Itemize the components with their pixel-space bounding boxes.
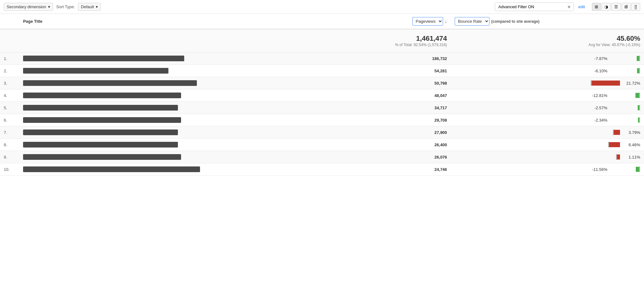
- bounce-metric-select[interactable]: Bounce Rate: [455, 17, 489, 26]
- summary-bounce-cell: 45.60% Avg for View: 45.67% (-0.15%): [451, 29, 644, 52]
- sort-type-label: Sort Type:: [56, 4, 75, 9]
- th-page-title: Page Title: [19, 14, 335, 29]
- bounce-bar-green: [638, 117, 639, 123]
- bounce-cell-container: -12.81%: [455, 93, 640, 98]
- row-title[interactable]: [19, 52, 335, 65]
- view-pivot-icon[interactable]: ⣿: [631, 3, 640, 11]
- bounce-bar-green: [637, 56, 639, 61]
- title-bar: [23, 105, 178, 111]
- row-bounce: -2.57%: [451, 102, 644, 114]
- title-bar: [23, 129, 178, 135]
- bounce-value: -2.34%: [588, 118, 607, 123]
- bounce-cell-container: -2.57%: [455, 105, 640, 111]
- chevron-down-icon: ▾: [48, 4, 50, 9]
- edit-link[interactable]: edit: [577, 4, 586, 9]
- data-table-wrapper: Page Title Pageviews ↓ Bounce Rate: [0, 14, 644, 176]
- row-pageviews: 48,047: [335, 89, 451, 102]
- row-index: 3.: [0, 77, 19, 89]
- row-bounce: -12.81%: [451, 89, 644, 102]
- filter-clear-button[interactable]: ✕: [565, 3, 574, 11]
- title-bar: [23, 56, 184, 61]
- table-row: 5.34,717-2.57%: [0, 102, 644, 114]
- row-bounce: -6.10%: [451, 65, 644, 77]
- bounce-bar-green: [636, 167, 639, 172]
- row-pageviews: 54,281: [335, 65, 451, 77]
- table-row: 8.26,4006.46%: [0, 139, 644, 151]
- row-title[interactable]: [19, 139, 335, 151]
- bounce-cell-container: -2.34%: [455, 117, 640, 123]
- summary-pageviews-value: 1,461,474: [339, 34, 447, 43]
- summary-index-cell: [0, 29, 19, 52]
- bounce-bar-green: [638, 105, 639, 110]
- bounce-bar-green: [637, 68, 639, 73]
- bounce-cell-container: 6.46%: [455, 142, 640, 148]
- sort-default-label: Default: [81, 4, 94, 9]
- view-pie-icon[interactable]: ◑: [602, 3, 611, 11]
- row-title[interactable]: [19, 126, 335, 139]
- row-pageviews: 26,076: [335, 151, 451, 163]
- row-title[interactable]: [19, 114, 335, 126]
- bounce-value: 1.11%: [621, 155, 640, 160]
- bounce-value: 3.79%: [621, 130, 640, 135]
- bounce-cell-container: 21.72%: [455, 80, 640, 86]
- row-title[interactable]: [19, 65, 335, 77]
- th-index: [0, 14, 19, 29]
- row-bounce: -7.87%: [451, 52, 644, 65]
- bounce-bar-red: [617, 154, 620, 160]
- row-title[interactable]: [19, 151, 335, 163]
- row-title[interactable]: [19, 89, 335, 102]
- toolbar: Secondary dimension ▾ Sort Type: Default…: [0, 0, 644, 14]
- table-row: 9.26,0761.11%: [0, 151, 644, 163]
- bounce-cell-container: -7.87%: [455, 56, 640, 61]
- bounce-value: 21.72%: [621, 81, 640, 86]
- row-pageviews: 27,900: [335, 126, 451, 139]
- secondary-dimension-dropdown[interactable]: Secondary dimension ▾: [4, 3, 53, 11]
- row-title[interactable]: [19, 163, 335, 176]
- row-index: 6.: [0, 114, 19, 126]
- sort-chevron-icon: ▾: [96, 4, 98, 9]
- bounce-bar-green: [635, 93, 639, 98]
- row-bounce: -11.56%: [451, 163, 644, 176]
- row-title[interactable]: [19, 77, 335, 89]
- row-bounce: 3.79%: [451, 126, 644, 139]
- bounce-value: -12.81%: [588, 93, 607, 98]
- pageviews-metric-select[interactable]: Pageviews: [412, 17, 443, 26]
- bounce-cell-container: -6.10%: [455, 68, 640, 74]
- bounce-value: -7.87%: [588, 56, 607, 61]
- title-bar: [23, 142, 178, 148]
- summary-title-cell: [19, 29, 335, 52]
- divider-line: [640, 117, 640, 123]
- row-bounce: 21.72%: [451, 77, 644, 89]
- bounce-value: -2.57%: [588, 105, 607, 110]
- divider-line: [640, 68, 640, 74]
- row-index: 4.: [0, 89, 19, 102]
- divider-line: [640, 166, 640, 172]
- divider-line: [613, 129, 613, 135]
- sort-type-dropdown[interactable]: Default ▾: [78, 3, 101, 11]
- view-table-icon[interactable]: ⊞: [592, 3, 601, 11]
- divider-line: [640, 93, 640, 98]
- title-bar: [23, 166, 200, 172]
- summary-bounce-value: 45.60%: [455, 34, 640, 43]
- row-pageviews: 24,746: [335, 163, 451, 176]
- table-row: 2.54,281-6.10%: [0, 65, 644, 77]
- row-pageviews: 50,798: [335, 77, 451, 89]
- view-list-icon[interactable]: ☰: [611, 3, 621, 11]
- divider-line: [640, 105, 640, 111]
- row-title[interactable]: [19, 102, 335, 114]
- row-index: 5.: [0, 102, 19, 114]
- bounce-value: -11.56%: [588, 167, 607, 172]
- th-pageviews: Pageviews ↓: [335, 14, 451, 29]
- table-header: Page Title Pageviews ↓ Bounce Rate: [0, 14, 644, 29]
- data-table: Page Title Pageviews ↓ Bounce Rate: [0, 14, 644, 176]
- summary-pageviews-pct: % of Total: 92.54% (1,579,316): [339, 43, 447, 47]
- view-icons: ⊞ ◑ ☰ ⊞̈ ⣿: [592, 3, 640, 11]
- view-comparison-icon[interactable]: ⊞̈: [622, 3, 631, 11]
- row-index: 2.: [0, 65, 19, 77]
- row-bounce: -2.34%: [451, 114, 644, 126]
- title-bar: [23, 154, 181, 160]
- filter-input[interactable]: [495, 3, 565, 11]
- table-row: 6.29,708-2.34%: [0, 114, 644, 126]
- bounce-bar-red: [614, 130, 620, 135]
- row-index: 9.: [0, 151, 19, 163]
